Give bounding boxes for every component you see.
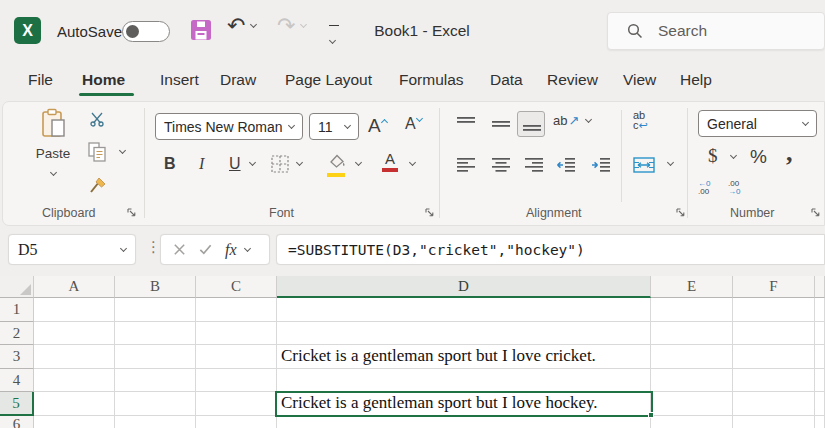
cell-a6[interactable] (34, 416, 115, 428)
italic-button[interactable]: I (199, 155, 204, 173)
cell-b4[interactable] (115, 369, 196, 392)
copy-icon[interactable] (88, 142, 106, 162)
row-header-4[interactable]: 4 (0, 369, 34, 392)
cell-b3[interactable] (115, 345, 196, 369)
decrease-decimal-button[interactable]: .00 →0 (728, 180, 740, 196)
increase-indent-icon[interactable] (591, 157, 611, 173)
copy-chevron-icon[interactable] (119, 147, 126, 154)
cell-d5-active[interactable]: Cricket is a gentleman sport but I love … (277, 392, 651, 416)
align-center-icon[interactable] (491, 157, 511, 173)
middle-align-icon[interactable] (491, 116, 511, 132)
cell-c1[interactable] (196, 298, 277, 322)
cell-d3[interactable]: Cricket is a gentleman sport but I love … (277, 345, 651, 369)
tab-file[interactable]: File (28, 71, 53, 89)
tab-data[interactable]: Data (490, 71, 523, 89)
tab-page-layout[interactable]: Page Layout (285, 71, 372, 89)
undo-chevron-icon[interactable] (250, 21, 257, 28)
cell-d4[interactable] (277, 369, 651, 392)
fx-chevron-icon[interactable] (244, 244, 251, 251)
font-size-select[interactable]: 11 (309, 113, 359, 140)
align-right-icon[interactable] (524, 157, 544, 173)
font-dialog-launcher-icon[interactable] (425, 208, 435, 218)
fill-color-chevron-icon[interactable] (355, 159, 362, 166)
cell-e4[interactable] (651, 369, 733, 392)
underline-chevron-icon[interactable] (249, 159, 256, 166)
cell-c6[interactable] (196, 416, 277, 428)
cell-c4[interactable] (196, 369, 277, 392)
cell-c5[interactable] (196, 392, 277, 416)
borders-chevron-icon[interactable] (296, 159, 303, 166)
merge-center-icon[interactable] (633, 157, 655, 173)
currency-chevron-icon[interactable] (730, 152, 737, 159)
row-header-5-selected[interactable]: 5 (0, 392, 34, 416)
paste-button[interactable]: Paste (25, 108, 81, 179)
increase-font-size-button[interactable]: A (368, 115, 387, 137)
number-dialog-launcher-icon[interactable] (811, 208, 821, 218)
cell-f6[interactable] (733, 416, 815, 428)
cancel-icon[interactable] (172, 242, 187, 257)
paste-chevron-icon[interactable] (49, 169, 56, 176)
cell-b2[interactable] (115, 322, 196, 345)
wrap-text-button[interactable]: ab c↩ (633, 110, 648, 130)
top-align-icon[interactable] (456, 116, 476, 132)
cell-e5[interactable] (651, 392, 733, 416)
enter-icon[interactable] (198, 242, 213, 257)
increase-decimal-button[interactable]: ←0 .00 (698, 180, 710, 196)
font-color-button[interactable]: A (382, 151, 398, 172)
tab-help[interactable]: Help (680, 71, 712, 89)
cell-e1[interactable] (651, 298, 733, 322)
search-input[interactable]: Search (607, 12, 825, 50)
cell-e2[interactable] (651, 322, 733, 345)
save-icon[interactable] (190, 19, 212, 41)
bottom-align-button-selected[interactable] (517, 111, 545, 137)
row-header-3[interactable]: 3 (0, 345, 34, 369)
cell-c3[interactable] (196, 345, 277, 369)
excel-logo-icon[interactable]: X (14, 17, 41, 44)
cell-d6[interactable] (277, 416, 651, 428)
row-header-2[interactable]: 2 (0, 322, 34, 345)
decrease-font-size-button[interactable]: A (405, 115, 422, 133)
tab-view[interactable]: View (623, 71, 656, 89)
font-name-select[interactable]: Times New Roman (155, 113, 303, 140)
cell-f5[interactable] (733, 392, 815, 416)
row-header-6[interactable]: 6 (0, 416, 34, 428)
cell-a3[interactable] (34, 345, 115, 369)
formula-input[interactable]: =SUBSTITUTE(D3,"cricket","hockey") (276, 234, 825, 265)
cell-a1[interactable] (34, 298, 115, 322)
name-box[interactable]: D5 (8, 234, 136, 265)
cell-c2[interactable] (196, 322, 277, 345)
column-header-b[interactable]: B (115, 276, 196, 298)
cell-b5[interactable] (115, 392, 196, 416)
cell-a2[interactable] (34, 322, 115, 345)
merge-center-chevron-icon[interactable] (667, 159, 674, 166)
cut-icon[interactable] (89, 111, 105, 127)
clipboard-dialog-launcher-icon[interactable] (127, 208, 137, 218)
font-color-chevron-icon[interactable] (409, 159, 416, 166)
cell-d2[interactable] (277, 322, 651, 345)
bold-button[interactable]: B (164, 155, 176, 173)
tab-review[interactable]: Review (547, 71, 598, 89)
cell-d1[interactable] (277, 298, 651, 322)
cell-f1[interactable] (733, 298, 815, 322)
currency-format-button[interactable]: $ (708, 145, 718, 167)
cell-e3[interactable] (651, 345, 733, 369)
column-header-e[interactable]: E (651, 276, 733, 298)
comma-format-button[interactable]: , (786, 138, 793, 168)
align-left-icon[interactable] (456, 157, 476, 173)
tab-draw[interactable]: Draw (220, 71, 256, 89)
column-header-d-selected[interactable]: D (277, 276, 651, 298)
autosave-toggle[interactable] (122, 21, 170, 42)
tab-formulas[interactable]: Formulas (399, 71, 464, 89)
column-header-f[interactable]: F (733, 276, 815, 298)
drag-dots-icon[interactable]: ⋮ (146, 238, 161, 256)
percent-format-button[interactable]: % (750, 146, 767, 168)
decrease-indent-icon[interactable] (556, 157, 576, 173)
cell-b1[interactable] (115, 298, 196, 322)
fill-color-button[interactable] (327, 153, 347, 177)
cell-a5[interactable] (34, 392, 115, 416)
borders-icon[interactable] (271, 155, 289, 173)
cell-e6[interactable] (651, 416, 733, 428)
select-all-corner[interactable] (0, 276, 34, 298)
undo-button[interactable]: ↶ (227, 16, 256, 36)
format-painter-icon[interactable] (88, 175, 108, 195)
